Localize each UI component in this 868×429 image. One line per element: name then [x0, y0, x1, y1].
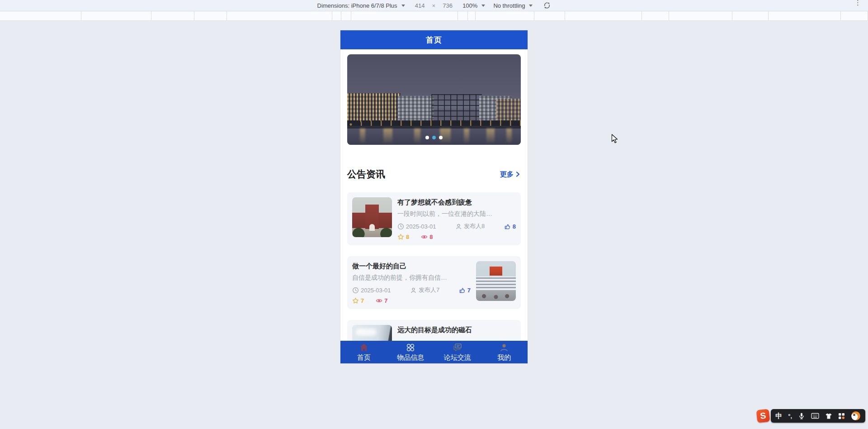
carousel-dots [347, 136, 521, 139]
like-button[interactable]: 8 [504, 223, 516, 230]
keyboard-icon[interactable] [811, 413, 819, 419]
article-excerpt: 一段时间以前，一位在港的大陆… [397, 209, 516, 219]
campus-building [347, 93, 401, 122]
tab-论坛交流[interactable]: 论坛交流 [434, 341, 481, 363]
strip-segment [341, 11, 351, 20]
chevron-right-icon [514, 171, 521, 177]
article-title: 有了梦想就不会感到疲惫 [397, 197, 516, 207]
tab-label: 我的 [497, 353, 511, 362]
skin-theme-icon[interactable] [825, 413, 832, 419]
profile-icon [499, 342, 509, 353]
chevron-down-icon [481, 5, 485, 7]
favorite-button[interactable]: 7 [352, 297, 364, 304]
strip-segment [642, 11, 669, 20]
app-header: 首页 [340, 30, 528, 49]
article-content: 有了梦想就不会感到疲惫一段时间以前，一位在港的大陆…2025-03-01发布人8… [397, 197, 516, 240]
tab-label: 物品信息 [397, 353, 424, 362]
device-toolbar: Dimensions: iPhone 6/7/8 Plus 414 × 736 … [0, 0, 868, 11]
bottom-tab-bar: 首页物品信息论坛交流我的 [340, 341, 528, 363]
strip-segment [0, 11, 81, 20]
article-card[interactable]: 有了梦想就不会感到疲惫一段时间以前，一位在港的大陆…2025-03-01发布人8… [347, 192, 521, 245]
view-count: 7 [376, 297, 387, 304]
home-icon [359, 342, 369, 353]
more-label: 更多 [500, 170, 514, 179]
strip-segment [458, 11, 468, 20]
device-selector[interactable]: Dimensions: iPhone 6/7/8 Plus [317, 2, 405, 9]
strip-segment [476, 11, 534, 20]
device-selector-label: Dimensions: iPhone 6/7/8 Plus [317, 2, 397, 9]
eye-icon [376, 297, 382, 304]
article-card[interactable]: 做一个最好的自己自信是成功的前提，你拥有自信…2025-03-01发布人7777 [347, 256, 521, 309]
ime-toolbar: S 中 °, [757, 409, 865, 423]
rotate-icon [543, 2, 551, 9]
clock-icon [352, 287, 359, 294]
throttling-selector[interactable]: No throttling [493, 2, 533, 9]
publish-date: 2025-03-01 [352, 287, 391, 294]
strip-segment [81, 11, 151, 20]
sogou-logo-icon[interactable]: S [756, 409, 770, 423]
ime-tray: 中 °, [771, 409, 865, 423]
strip-segment [534, 11, 565, 20]
article-stats-row: 88 [397, 234, 516, 240]
strip-segment [194, 11, 227, 20]
emoji-avatar-icon[interactable] [851, 411, 861, 421]
height-input[interactable]: 736 [441, 2, 454, 9]
banner-carousel[interactable] [347, 54, 521, 145]
width-input[interactable]: 414 [413, 2, 427, 9]
strip-segment [732, 11, 769, 20]
tab-物品信息[interactable]: 物品信息 [387, 341, 434, 363]
article-meta-row: 2025-03-01发布人88 [397, 222, 516, 230]
section-title: 公告资讯 [347, 168, 385, 181]
strip-segment [151, 11, 194, 20]
device-viewport: 首页 公告资讯 更多 有了梦想就不会感到疲惫一段时间以前，一位在港的大陆…202… [340, 30, 528, 363]
more-link[interactable]: 更多 [500, 170, 521, 179]
thumbs-up-icon [504, 223, 511, 230]
strip-segment [351, 11, 458, 20]
strip-segment [332, 11, 341, 20]
ime-language-toggle[interactable]: 中 [775, 412, 782, 420]
zoom-value: 100% [462, 2, 477, 9]
tab-label: 首页 [357, 353, 371, 362]
star-icon [352, 297, 359, 304]
strip-segment [565, 11, 642, 20]
mouse-cursor [611, 134, 618, 144]
article-thumbnail [352, 197, 392, 237]
favorite-button[interactable]: 8 [397, 234, 409, 240]
steel-frame-structure [431, 94, 482, 122]
tab-我的[interactable]: 我的 [481, 341, 528, 363]
zoom-selector[interactable]: 100% [462, 2, 485, 9]
announcement-list: 有了梦想就不会感到疲惫一段时间以前，一位在港的大陆…2025-03-01发布人8… [340, 192, 528, 363]
more-options-icon[interactable]: ⋮ [854, 1, 861, 4]
carousel-dot[interactable] [425, 136, 429, 139]
person-icon [455, 223, 462, 230]
tab-label: 论坛交流 [444, 353, 471, 362]
publisher: 发布人7 [410, 286, 439, 294]
article-meta-row: 2025-03-01发布人77 [352, 286, 471, 294]
microphone-icon[interactable] [798, 412, 805, 419]
view-count: 8 [421, 234, 433, 240]
throttling-value: No throttling [493, 2, 525, 9]
forum-icon [452, 342, 463, 353]
strip-segment [227, 11, 332, 20]
chevron-down-icon [401, 5, 405, 7]
rotate-button[interactable] [543, 2, 551, 9]
dimension-inputs: 414 × 736 [413, 2, 455, 9]
publish-date: 2025-03-01 [397, 223, 436, 230]
campus-building [496, 99, 521, 123]
bookmarks-strip [0, 11, 868, 21]
campus-building [398, 96, 434, 123]
clock-icon [397, 223, 404, 230]
person-icon [410, 287, 417, 294]
toolbox-icon[interactable] [838, 413, 845, 419]
like-button[interactable]: 7 [459, 287, 471, 294]
carousel-dot[interactable] [432, 136, 436, 139]
strip-segment [669, 11, 732, 20]
article-title: 远大的目标是成功的磁石 [397, 325, 516, 335]
carousel-dot[interactable] [439, 136, 443, 139]
article-stats-row: 77 [352, 297, 471, 304]
times-separator: × [429, 2, 439, 9]
tab-首页[interactable]: 首页 [340, 341, 387, 363]
ime-punctuation-toggle[interactable]: °, [788, 413, 792, 419]
page-title: 首页 [426, 35, 442, 45]
publisher: 发布人8 [455, 222, 485, 230]
